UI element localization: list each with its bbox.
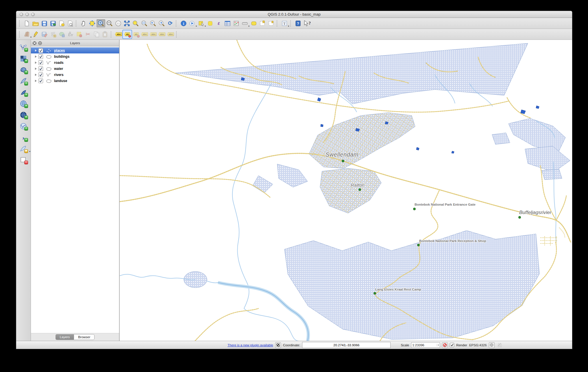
toolbar-handle[interactable] — [290, 20, 293, 27]
layer-row-rivers[interactable]: rivers — [31, 72, 119, 78]
toolbar-handle[interactable] — [111, 31, 113, 38]
save-layer-edits-button[interactable] — [40, 30, 49, 38]
panel-float-button[interactable] — [38, 41, 42, 45]
deselect-features-button[interactable] — [206, 19, 215, 27]
layer-row-water[interactable]: water — [31, 66, 119, 72]
open-attribute-table-button[interactable] — [223, 19, 232, 27]
new-shapefile-layer-button[interactable]: ✱▾ — [19, 144, 28, 153]
remove-layer-button[interactable]: – — [19, 155, 28, 165]
zoom-to-selection-button[interactable] — [131, 19, 140, 27]
zoom-native-button[interactable]: 1:1 — [114, 19, 123, 27]
add-mssql-layer-button[interactable]: + — [19, 88, 28, 97]
show-bookmarks-button[interactable] — [267, 19, 275, 27]
add-postgis-layer-button[interactable]: + — [19, 65, 28, 75]
new-plugin-link[interactable]: There is a new plugin available — [228, 343, 273, 347]
crs-globe-button[interactable] — [489, 342, 495, 348]
layer-labeling-options-button[interactable]: abc — [114, 30, 123, 38]
identify-button[interactable]: i — [179, 19, 188, 27]
current-edits-button[interactable] — [23, 30, 31, 38]
field-calculator-button[interactable] — [232, 19, 241, 27]
expand-arrow-icon[interactable] — [35, 55, 37, 58]
resize-grip[interactable] — [498, 343, 502, 347]
zoom-out-button[interactable] — [105, 19, 114, 27]
layer-checkbox[interactable] — [38, 54, 43, 59]
rotate-label-button[interactable]: abc — [149, 30, 158, 38]
change-label-button[interactable]: abc — [158, 30, 166, 38]
node-tool-button[interactable] — [66, 30, 75, 38]
layer-row-roads[interactable]: roads — [31, 59, 119, 66]
plugin-indicator-icon[interactable] — [275, 342, 281, 348]
expand-arrow-icon[interactable] — [35, 62, 37, 64]
new-layer-dropdown[interactable]: ▾ — [29, 150, 30, 153]
tab-browser[interactable]: Browser — [74, 334, 95, 340]
layer-checkbox[interactable] — [38, 72, 43, 77]
scale-combo[interactable]: 1:23396 ▾ — [411, 342, 440, 348]
layer-checkbox[interactable] — [38, 66, 43, 71]
add-delimited-text-layer-button[interactable]: ,+ — [19, 133, 28, 142]
zoom-next-button[interactable] — [157, 19, 166, 27]
add-wcs-layer-button[interactable]: + — [19, 110, 28, 120]
pan-to-selection-button[interactable] — [88, 19, 97, 27]
delete-selected-button[interactable] — [75, 30, 84, 38]
measure-line-button[interactable] — [241, 19, 249, 27]
copy-features-button[interactable] — [92, 30, 101, 38]
toolbar-handle[interactable] — [176, 31, 178, 38]
layer-row-buildings[interactable]: buildings — [31, 53, 119, 59]
layer-checkbox[interactable] — [38, 79, 43, 83]
toggle-editing-button[interactable] — [32, 30, 40, 38]
add-spatialite-layer-button[interactable]: + — [19, 77, 28, 86]
render-checkbox[interactable] — [450, 343, 454, 347]
layer-checkbox[interactable] — [38, 48, 43, 53]
map-canvas[interactable]: Swellendam Railton Bontebok National Par… — [119, 40, 572, 341]
add-wfs-layer-button[interactable]: + — [19, 122, 28, 131]
panel-close-button[interactable] — [33, 41, 36, 45]
tab-layers[interactable]: Layers — [56, 334, 74, 340]
zoom-window-button[interactable] — [31, 13, 35, 16]
layer-checkbox[interactable] — [38, 60, 43, 65]
open-project-button[interactable] — [31, 19, 40, 27]
toolbar-handle[interactable] — [76, 20, 78, 27]
highlight-pinned-labels-button[interactable]: ab — [132, 30, 140, 38]
toolbar-handle[interactable] — [176, 20, 178, 27]
add-wms-layer-button[interactable]: + — [19, 99, 28, 108]
toolbar-handle[interactable] — [19, 20, 21, 27]
save-project-as-button[interactable] — [49, 19, 57, 27]
help-button[interactable]: ? — [294, 19, 302, 27]
new-bookmark-button[interactable] — [258, 19, 267, 27]
zoom-in-button[interactable] — [97, 19, 105, 27]
zoom-last-button[interactable] — [149, 19, 157, 27]
paste-features-button[interactable] — [101, 30, 110, 38]
map-tips-button[interactable] — [249, 19, 258, 27]
toolbar-handle[interactable] — [277, 20, 279, 27]
expand-arrow-icon[interactable] — [35, 68, 37, 70]
layer-row-landuse[interactable]: landuse — [31, 78, 119, 84]
expand-arrow-icon[interactable] — [35, 80, 37, 82]
run-feature-action-button[interactable] — [188, 19, 197, 27]
refresh-button[interactable]: ⟳ — [166, 19, 175, 27]
layer-row-places[interactable]: places — [31, 47, 119, 53]
save-project-button[interactable] — [40, 19, 49, 27]
text-annotation-button[interactable]: T — [280, 19, 289, 27]
expand-arrow-icon[interactable] — [35, 74, 37, 76]
cut-features-button[interactable]: ✂ — [84, 30, 92, 38]
composer-manager-button[interactable] — [66, 19, 75, 27]
move-feature-button[interactable] — [58, 30, 66, 38]
pan-map-button[interactable] — [79, 19, 88, 27]
pin-labels-button[interactable]: ab — [123, 30, 132, 38]
new-project-button[interactable] — [23, 19, 31, 27]
new-print-composer-button[interactable] — [57, 19, 66, 27]
add-feature-button[interactable] — [49, 30, 58, 38]
change-label-properties-button[interactable]: abc — [166, 30, 175, 38]
minimize-window-button[interactable] — [25, 13, 29, 16]
select-features-button[interactable] — [197, 19, 206, 27]
titlebar[interactable]: QGIS 2.0.1-Dufour - basic_map — [16, 11, 572, 18]
add-raster-layer-button[interactable]: + — [19, 54, 28, 63]
coordinate-input[interactable] — [302, 342, 391, 348]
whats-this-button[interactable]: ? — [302, 19, 311, 27]
zoom-full-button[interactable] — [123, 19, 131, 27]
zoom-to-layer-button[interactable] — [140, 19, 149, 27]
add-vector-layer-button[interactable]: + — [19, 43, 28, 52]
close-window-button[interactable] — [20, 13, 23, 16]
toolbar-handle[interactable] — [19, 31, 21, 38]
stop-render-button[interactable] — [442, 342, 448, 348]
